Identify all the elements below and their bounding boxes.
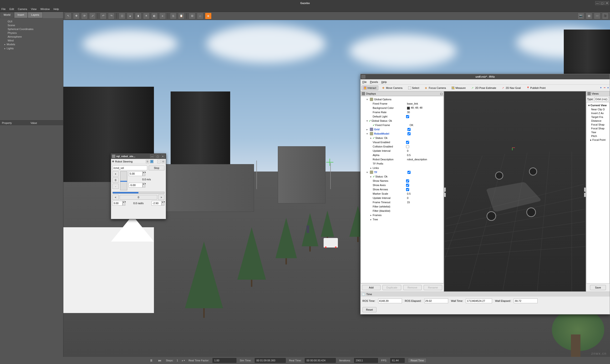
view-type-select[interactable]: Orbit (rviz) <box>595 97 609 101</box>
tool-2d-nav[interactable]: ↗2D Nav Goal <box>500 86 522 90</box>
minimize-button[interactable]: — <box>595 1 599 5</box>
tree-lights[interactable]: Lights <box>2 46 61 51</box>
close-button[interactable]: ✕ <box>605 1 609 5</box>
tool-remove-icon[interactable]: ━ <box>604 86 606 89</box>
tab-insert[interactable]: Insert <box>14 12 28 18</box>
display-row[interactable]: ▸Tree <box>361 217 443 221</box>
tree-physics[interactable]: Physics <box>2 31 61 35</box>
rqt-dock-q[interactable]: ? <box>150 160 154 163</box>
display-row[interactable]: Background Color48; 48; 48 <box>361 106 443 110</box>
rviz-window[interactable]: urdf.rviz* - RViz File Panels Help ✋Inte… <box>360 74 610 314</box>
rqt-window[interactable]: rqt_robot_ste... — ▢ ✕ ⊕ Robot Steering … <box>111 153 166 219</box>
displays-collapse-icon[interactable]: ▢ <box>440 92 442 95</box>
menu-window[interactable]: Window <box>40 8 50 11</box>
scale-tool-icon[interactable]: ⤢ <box>89 13 96 19</box>
time-reset-button[interactable]: Reset <box>363 307 376 312</box>
wall-time-input[interactable] <box>466 299 492 303</box>
tab-world[interactable]: World <box>0 12 14 18</box>
log-icon[interactable]: ▤ <box>586 13 592 19</box>
display-row[interactable]: ▾RobotModel <box>361 131 443 136</box>
tab-layers[interactable]: Layers <box>28 12 43 18</box>
wall-elapsed-input[interactable] <box>514 299 538 303</box>
rviz-menu-help[interactable]: Help <box>381 80 387 83</box>
display-row[interactable]: ▾Global Options <box>361 97 443 102</box>
view-save-button[interactable]: Save <box>590 285 606 290</box>
tree-spherical[interactable]: Spherical Coordinates <box>2 27 61 31</box>
iter-value[interactable] <box>354 358 378 363</box>
menu-edit[interactable]: Edit <box>10 8 14 11</box>
displays-header[interactable]: Displays ▢ <box>361 91 444 96</box>
angular-slider-row[interactable] <box>113 192 164 194</box>
record-icon[interactable]: 🎥 <box>602 13 609 19</box>
box-shape-icon[interactable]: ◻ <box>119 13 125 19</box>
snap-icon[interactable]: ∩ <box>197 13 204 19</box>
display-row[interactable]: ▸Links <box>361 166 443 170</box>
tool-config-icon[interactable]: ▾ <box>607 86 609 89</box>
views-tree[interactable]: ▾ Current View Near Clip D Invert Z Ax T… <box>586 102 610 284</box>
rotate-tool-icon[interactable]: ⟳ <box>81 13 88 19</box>
angular-zero-button[interactable]: 0 <box>120 195 157 200</box>
rtf-value[interactable] <box>213 358 236 363</box>
fps-value[interactable] <box>390 358 405 363</box>
display-row[interactable]: Update Interval0 <box>361 149 443 153</box>
rviz-menu-panels[interactable]: Panels <box>370 80 378 83</box>
tree-scene[interactable]: Scene <box>2 23 61 27</box>
tool-select[interactable]: Select <box>406 86 421 90</box>
pause-button[interactable]: ⏸ <box>149 358 154 363</box>
select-tool-icon[interactable]: ↖ <box>65 13 71 19</box>
linear-zero-button[interactable]: 0 <box>113 178 119 183</box>
rqt-dock-o[interactable]: O <box>162 160 165 163</box>
ros-time-input[interactable] <box>378 299 402 303</box>
menu-file[interactable]: File <box>1 8 6 11</box>
angular-max-input[interactable] <box>113 201 122 206</box>
rqt-titlebar[interactable]: rqt_robot_ste... — ▢ ✕ <box>111 154 166 159</box>
rviz-3d-view[interactable]: ◀ ▶ <box>444 91 586 292</box>
display-row[interactable]: ▾TF <box>361 170 443 174</box>
tool-add-icon[interactable]: ✦ <box>600 86 602 89</box>
display-row[interactable]: Update Interval0 <box>361 196 443 200</box>
menu-camera[interactable]: Camera <box>18 8 27 11</box>
plot-icon[interactable]: 〰 <box>594 13 600 19</box>
angular-min-input[interactable] <box>152 201 162 206</box>
tool-2d-pose[interactable]: ↗2D Pose Estimate <box>469 86 498 90</box>
display-row[interactable]: ▾Global Status: Ok <box>361 119 443 123</box>
display-row[interactable]: ▸Status: Ok <box>361 174 443 179</box>
rqt-dock-min[interactable]: - <box>157 160 161 163</box>
display-row[interactable]: Filter (whitelist) <box>361 204 443 209</box>
display-row[interactable]: Collision Enabled <box>361 144 443 149</box>
displays-tree[interactable]: ▾Global OptionsFixed Framebase_linkBackg… <box>361 96 444 283</box>
rviz-titlebar[interactable]: urdf.rviz* - RViz <box>361 74 610 79</box>
display-row[interactable]: Marker Scale0.5 <box>361 192 443 196</box>
view-angle-icon[interactable]: ◉ <box>205 13 212 19</box>
add-display-button[interactable]: Add <box>362 285 380 290</box>
display-row[interactable]: Show Axes <box>361 183 443 187</box>
collapse-right-handle[interactable]: ▶ <box>584 187 586 197</box>
align-icon[interactable]: ⊟ <box>189 13 195 19</box>
display-row[interactable]: TF Prefix <box>361 161 443 166</box>
linear-inc-button[interactable]: + <box>113 171 119 177</box>
angular-right-button[interactable]: > <box>158 195 164 200</box>
display-row[interactable]: Default Light <box>361 114 443 119</box>
menu-view[interactable]: View <box>31 8 37 11</box>
tree-gui[interactable]: GUI <box>2 20 61 23</box>
rqt-maximize[interactable]: ▢ <box>155 154 160 158</box>
maximize-button[interactable]: ▢ <box>600 1 604 5</box>
rqt-close[interactable]: ✕ <box>161 154 165 158</box>
linear-slider[interactable] <box>120 171 127 190</box>
ros-elapsed-input[interactable] <box>424 299 448 303</box>
display-row[interactable]: Frame Timeout15 <box>361 200 443 204</box>
display-row[interactable]: Filter (blacklist) <box>361 209 443 213</box>
tree-atmosphere[interactable]: Atmosphere <box>2 35 61 39</box>
screenshot-icon[interactable]: 📷 <box>578 13 584 19</box>
display-row[interactable]: Fixed FrameOK <box>361 123 443 127</box>
display-row[interactable]: Frame Rate30 <box>361 110 443 114</box>
display-row[interactable]: Show Arrows <box>361 187 443 192</box>
redo-icon[interactable]: ↷ <box>108 13 115 19</box>
display-row[interactable]: ▸Status: Ok <box>361 136 443 140</box>
directional-light-icon[interactable]: ≡ <box>159 13 166 19</box>
cylinder-shape-icon[interactable]: ▮ <box>135 13 142 19</box>
steps-value[interactable]: 1 <box>177 359 178 362</box>
paste-icon[interactable]: 📋 <box>178 13 185 19</box>
simtime-value[interactable] <box>255 358 286 363</box>
reset-time-button[interactable]: Reset Time <box>408 358 427 363</box>
